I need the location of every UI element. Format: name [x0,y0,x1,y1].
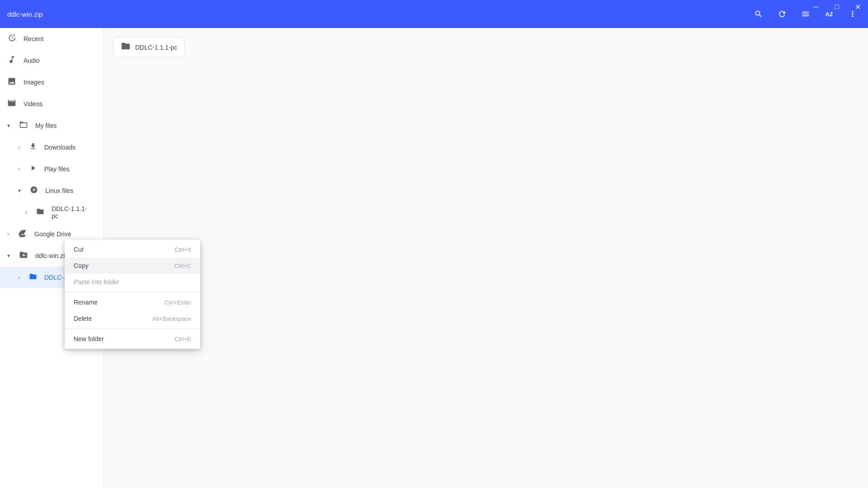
sidebar-label-play-files: Play files [44,165,70,173]
linux-files-icon [30,186,38,196]
sidebar-item-play-files[interactable]: › Play files [0,158,100,180]
sidebar-item-videos[interactable]: Videos [0,93,100,115]
context-menu-rename[interactable]: Rename Ctrl+Enter [65,294,200,310]
play-files-chevron: › [18,166,20,172]
main-folder-item[interactable]: DDLC-1.1.1-pc [113,37,185,57]
context-menu-divider-2 [65,328,200,329]
downloads-icon [29,142,37,153]
main-content: DDLC-1.1.1-pc [104,28,868,488]
rename-label: Rename [74,299,98,306]
ddlc-pc-chevron: › [18,274,20,281]
sidebar-label-ddlc-zip: ddlc-win.zip [35,252,68,259]
linux-files-chevron: ▾ [18,188,21,194]
sidebar-item-audio[interactable]: Audio [0,50,100,71]
play-files-icon [29,164,37,174]
google-drive-chevron: › [7,231,9,237]
sidebar-label-recent: Recent [24,35,43,42]
context-menu-cut[interactable]: Cut Ctrl+X [65,241,200,258]
titlebar: ddlc-win.zip AZ ─ □ ✕ [0,0,868,28]
sidebar-item-linux-files[interactable]: ▾ Linux files [0,180,100,202]
sidebar-item-ddlc-linux[interactable]: › DDLC-1.1.1-pc [0,202,100,223]
close-button[interactable]: ✕ [847,0,868,14]
paste-into-folder-label: Paste into folder [74,278,119,286]
my-files-icon [19,120,28,131]
refresh-button[interactable] [774,6,790,22]
main-folder-icon [121,41,131,53]
main-folder-label: DDLC-1.1.1-pc [135,44,177,51]
sidebar-item-images[interactable]: Images [0,71,100,93]
audio-icon [7,55,16,66]
sidebar-item-downloads[interactable]: › Downloads [0,136,100,158]
sidebar-item-my-files[interactable]: ▾ My files [0,115,100,136]
context-menu-copy[interactable]: Copy Ctrl+C [65,258,200,274]
google-drive-icon [18,229,27,240]
titlebar-title: ddlc-win.zip [7,10,42,18]
new-folder-shortcut: Ctrl+E [175,336,191,343]
sidebar-label-downloads: Downloads [44,144,75,151]
window-controls: ─ □ ✕ [806,0,868,14]
ddlc-linux-chevron: › [25,209,27,216]
ddlc-pc-folder-icon [29,272,37,283]
sidebar-label-my-files: My files [35,122,57,129]
sidebar-label-ddlc-linux: DDLC-1.1.1-pc [52,205,93,220]
sidebar-item-recent[interactable]: Recent [0,28,100,50]
ddlc-zip-chevron: ▾ [7,253,10,259]
my-files-chevron: ▾ [7,122,10,129]
sidebar-label-google-drive: Google Drive [34,230,71,238]
maximize-button[interactable]: □ [826,0,847,14]
cut-shortcut: Ctrl+X [175,246,191,253]
ddlc-linux-folder-icon [36,207,44,218]
context-menu: Cut Ctrl+X Copy Ctrl+C Paste into folder… [65,239,200,349]
sidebar-label-images: Images [24,79,44,86]
minimize-button[interactable]: ─ [806,0,826,14]
images-icon [7,77,16,88]
sidebar-label-videos: Videos [24,100,43,108]
recent-icon [7,33,16,45]
context-menu-new-folder[interactable]: New folder Ctrl+E [65,331,200,347]
copy-shortcut: Ctrl+C [175,263,191,269]
context-menu-divider-1 [65,292,200,292]
videos-icon [7,99,16,110]
ddlc-zip-icon [19,250,28,262]
sidebar-label-linux-files: Linux files [45,187,73,194]
search-button[interactable] [750,6,767,22]
delete-label: Delete [74,315,92,322]
cut-label: Cut [74,246,84,253]
delete-shortcut: Alt+Backspace [152,315,191,322]
context-menu-delete[interactable]: Delete Alt+Backspace [65,310,200,327]
context-menu-paste-into-folder: Paste into folder [65,274,200,290]
rename-shortcut: Ctrl+Enter [165,299,191,306]
new-folder-label: New folder [74,335,104,343]
downloads-chevron: › [18,144,20,150]
sidebar-label-audio: Audio [24,57,40,64]
copy-label: Copy [74,262,89,269]
